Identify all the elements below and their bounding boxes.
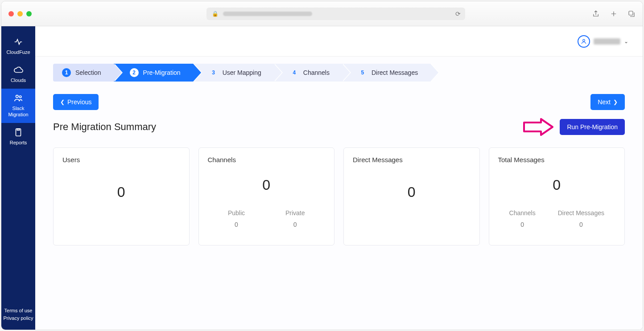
tabs-icon[interactable] xyxy=(627,10,636,18)
card-value: 0 xyxy=(208,177,326,193)
step-direct-messages[interactable]: 5 Direct Messages xyxy=(342,64,430,82)
browser-toolbar: 🔒 ⟳ xyxy=(1,1,643,26)
username-redacted xyxy=(594,38,620,45)
step-label: Direct Messages xyxy=(372,69,418,76)
terms-link[interactable]: Terms of use xyxy=(3,307,33,315)
card-value: 0 xyxy=(498,177,616,193)
step-label: Selection xyxy=(75,69,101,76)
previous-button[interactable]: ❮ Previous xyxy=(53,94,99,110)
card-title: Users xyxy=(62,156,180,163)
minimize-window-button[interactable] xyxy=(17,11,23,16)
sidebar-brand[interactable]: CloudFuze xyxy=(1,33,35,61)
close-window-button[interactable] xyxy=(8,11,14,16)
card-channels: Channels 0 Public 0 Private 0 xyxy=(198,147,335,245)
step-label: Channels xyxy=(303,69,330,76)
annotation-arrow-icon xyxy=(523,117,554,137)
sidebar-brand-label: CloudFuze xyxy=(1,49,35,55)
step-channels[interactable]: 4 Channels xyxy=(274,64,342,82)
users-icon xyxy=(13,93,23,103)
card-users: Users 0 xyxy=(53,147,190,245)
step-user-mapping[interactable]: 3 User Mapping xyxy=(193,64,274,82)
svg-point-2 xyxy=(19,96,21,98)
sidebar: CloudFuze Clouds Slack Migration Reports… xyxy=(1,26,35,330)
user-menu[interactable]: ⌄ xyxy=(578,35,628,48)
svg-rect-0 xyxy=(629,11,633,15)
svg-marker-5 xyxy=(524,119,553,135)
card-title: Channels xyxy=(208,156,326,163)
sidebar-item-clouds[interactable]: Clouds xyxy=(1,61,35,89)
avatar-icon xyxy=(578,35,590,48)
wizard-steps: 1 Selection 2 Pre-Migration 3 User Mappi… xyxy=(53,64,625,82)
page-title: Pre Migration Summary xyxy=(53,121,156,133)
sidebar-item-slack-migration[interactable]: Slack Migration xyxy=(1,89,35,123)
step-label: Pre-Migration xyxy=(143,69,181,76)
summary-cards: Users 0 Channels 0 Public 0 Private xyxy=(53,147,625,245)
maximize-window-button[interactable] xyxy=(26,11,32,16)
cloudfuze-logo-icon xyxy=(13,37,23,47)
card-value: 0 xyxy=(353,184,471,200)
new-tab-icon[interactable] xyxy=(610,10,618,18)
svg-point-1 xyxy=(16,95,19,98)
address-bar[interactable]: 🔒 ⟳ xyxy=(206,8,465,20)
step-label: User Mapping xyxy=(223,69,261,76)
share-icon[interactable] xyxy=(592,10,600,18)
sidebar-item-label: Slack Migration xyxy=(1,106,35,117)
svg-point-4 xyxy=(583,39,585,41)
sub-value: 0 xyxy=(285,221,305,228)
next-button[interactable]: Next ❯ xyxy=(590,94,625,110)
step-selection[interactable]: 1 Selection xyxy=(53,64,114,82)
card-total-messages: Total Messages 0 Channels 0 Direct Messa… xyxy=(489,147,625,245)
sub-label: Private xyxy=(285,209,305,217)
sub-value: 0 xyxy=(558,221,604,228)
step-pre-migration[interactable]: 2 Pre-Migration xyxy=(114,64,193,82)
run-pre-migration-button[interactable]: Run Pre-Migration xyxy=(560,119,625,135)
privacy-link[interactable]: Privacy policy xyxy=(3,315,33,323)
sidebar-item-label: Reports xyxy=(1,140,35,146)
svg-rect-3 xyxy=(16,129,21,136)
chevron-left-icon: ❮ xyxy=(60,99,65,105)
card-title: Direct Messages xyxy=(353,156,471,163)
cloud-icon xyxy=(13,65,23,75)
sub-label: Channels xyxy=(509,209,536,217)
card-direct-messages: Direct Messages 0 xyxy=(343,147,480,245)
sidebar-item-reports[interactable]: Reports xyxy=(1,123,35,151)
topbar: ⌄ xyxy=(35,26,643,57)
card-value: 0 xyxy=(62,184,180,200)
chevron-down-icon: ⌄ xyxy=(624,38,628,45)
chevron-right-icon: ❯ xyxy=(613,99,618,105)
sub-label: Direct Messages xyxy=(558,209,604,217)
url-redacted xyxy=(223,12,312,16)
sub-value: 0 xyxy=(509,221,536,228)
sub-label: Public xyxy=(228,209,245,217)
sub-value: 0 xyxy=(228,221,245,228)
sidebar-item-label: Clouds xyxy=(1,78,35,83)
lock-icon: 🔒 xyxy=(212,11,219,17)
reload-icon[interactable]: ⟳ xyxy=(455,10,461,17)
traffic-lights xyxy=(8,11,32,16)
reports-icon xyxy=(13,127,23,137)
card-title: Total Messages xyxy=(498,156,616,163)
